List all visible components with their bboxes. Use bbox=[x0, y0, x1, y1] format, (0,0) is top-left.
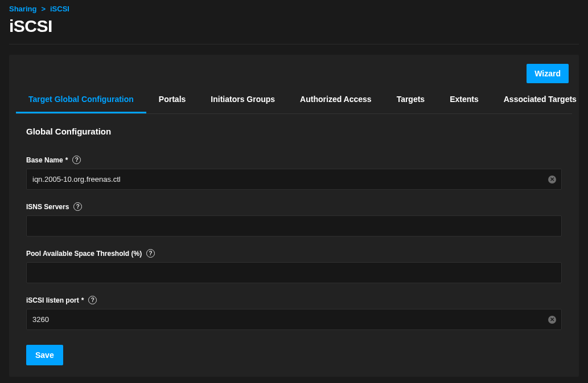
label-listen-port: iSCSI listen port bbox=[26, 296, 79, 304]
form: Base Name * ? ✕ ISNS Servers ? bbox=[19, 140, 569, 365]
breadcrumb: Sharing > iSCSI bbox=[9, 0, 579, 15]
tab-associated-targets[interactable]: Associated Targets bbox=[491, 87, 588, 113]
field-pool-threshold: Pool Available Space Threshold (%) ? bbox=[26, 249, 562, 283]
base-name-input[interactable] bbox=[26, 169, 562, 190]
field-listen-port: iSCSI listen port * ? ✕ bbox=[26, 296, 562, 330]
clear-icon[interactable]: ✕ bbox=[548, 316, 556, 324]
tab-targets[interactable]: Targets bbox=[384, 87, 438, 113]
required-indicator: * bbox=[81, 296, 84, 304]
listen-port-input[interactable] bbox=[26, 309, 562, 330]
breadcrumb-parent[interactable]: Sharing bbox=[9, 5, 36, 13]
field-isns-servers: ISNS Servers ? bbox=[26, 202, 562, 237]
help-icon[interactable]: ? bbox=[72, 156, 81, 164]
tab-extents[interactable]: Extents bbox=[437, 87, 491, 113]
section-title: Global Configuration bbox=[19, 114, 569, 140]
field-base-name: Base Name * ? ✕ bbox=[26, 156, 562, 190]
tabs: Target Global Configuration Portals Init… bbox=[16, 87, 572, 114]
label-pool-threshold: Pool Available Space Threshold (%) bbox=[26, 250, 142, 258]
label-base-name: Base Name bbox=[26, 156, 63, 164]
label-isns-servers: ISNS Servers bbox=[26, 203, 69, 211]
save-button[interactable]: Save bbox=[26, 345, 63, 365]
clear-icon[interactable]: ✕ bbox=[548, 176, 556, 184]
pool-threshold-input[interactable] bbox=[26, 262, 562, 283]
config-card: Wizard Target Global Configuration Porta… bbox=[9, 55, 579, 377]
help-icon[interactable]: ? bbox=[73, 202, 82, 211]
tab-authorized-access[interactable]: Authorized Access bbox=[287, 87, 384, 113]
isns-servers-input[interactable] bbox=[26, 215, 562, 237]
help-icon[interactable]: ? bbox=[146, 249, 155, 258]
divider bbox=[9, 44, 579, 44]
page-title: iSCSI bbox=[9, 15, 579, 44]
chevron-right-icon: > bbox=[41, 5, 46, 13]
required-indicator: * bbox=[65, 156, 68, 164]
tab-initiators-groups[interactable]: Initiators Groups bbox=[198, 87, 287, 113]
breadcrumb-current[interactable]: iSCSI bbox=[50, 5, 69, 13]
tab-portals[interactable]: Portals bbox=[146, 87, 198, 113]
help-icon[interactable]: ? bbox=[88, 296, 97, 304]
wizard-button[interactable]: Wizard bbox=[527, 64, 569, 83]
tab-target-global-configuration[interactable]: Target Global Configuration bbox=[16, 87, 146, 113]
